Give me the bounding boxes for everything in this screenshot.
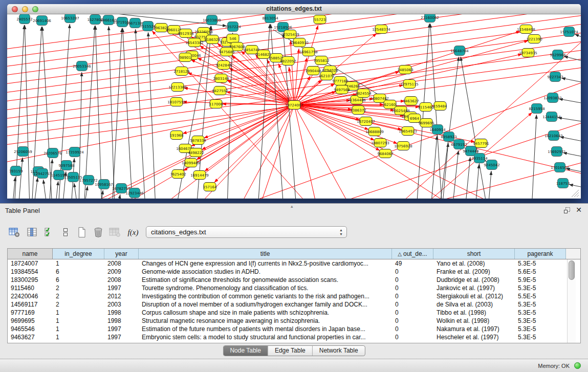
cell-out_de[interactable]: 0 [392, 292, 433, 300]
network-edge[interactable] [214, 105, 294, 183]
cell-in_degree[interactable]: 2 [53, 292, 104, 300]
cell-short[interactable]: Jankovic et al. (1997) [433, 284, 515, 292]
close-window-button[interactable] [12, 6, 18, 12]
window-titlebar[interactable]: citations_edges.txt [7, 4, 581, 14]
create-column-button[interactable] [75, 225, 89, 239]
network-edge[interactable] [7, 105, 294, 168]
cell-pagerank[interactable]: 5.6E-5 [515, 268, 566, 276]
network-edge[interactable] [25, 25, 30, 199]
network-edge[interactable] [442, 143, 448, 199]
table-row[interactable]: 946362711997Embryonic stem cells: a mode… [8, 333, 568, 341]
network-edge[interactable] [294, 25, 318, 105]
cell-in_degree[interactable]: 1 [53, 259, 104, 268]
network-node[interactable]: 55723 [314, 15, 326, 24]
cell-name[interactable]: 18300295 [8, 276, 53, 284]
network-node[interactable]: 15692971 [548, 147, 566, 157]
network-node[interactable]: 23160062 [421, 14, 439, 23]
network-node[interactable]: 17359924 [66, 147, 84, 157]
network-node[interactable]: 9242848 [215, 61, 231, 70]
cell-in_degree[interactable]: 2 [53, 300, 104, 309]
network-node[interactable]: 9684067 [377, 149, 393, 158]
cell-name[interactable]: 9115460 [8, 284, 53, 292]
table-row[interactable]: 1872400712008Changes of HCN gene express… [8, 259, 568, 268]
network-edge[interactable] [569, 184, 581, 191]
cell-title[interactable]: Embryonic stem cells: a model to study s… [139, 333, 392, 341]
cell-out_de[interactable]: 0 [392, 284, 433, 292]
network-node[interactable]: 393159 [9, 166, 23, 176]
cell-out_de[interactable]: 0 [392, 309, 433, 317]
tab-node-table[interactable]: Node Table [223, 346, 268, 356]
column-header-in_degree[interactable]: in_degree [53, 249, 104, 259]
network-node[interactable]: 8186328 [204, 35, 220, 44]
column-header-title[interactable]: title [139, 249, 392, 259]
cell-in_degree[interactable]: 1 [53, 317, 104, 325]
network-node[interactable]: 25206059 [14, 147, 32, 157]
network-node[interactable]: 20053346 [73, 61, 91, 71]
cell-year[interactable]: 1997 [104, 325, 139, 333]
cell-title[interactable]: Changes of HCN gene expression and I(f) … [139, 259, 392, 268]
network-edge[interactable] [95, 26, 102, 199]
network-edge[interactable] [229, 68, 294, 105]
cell-name[interactable]: 22420046 [8, 292, 53, 300]
network-node[interactable]: 19654923 [399, 127, 417, 136]
network-node[interactable]: 15751074 [560, 27, 578, 37]
network-node[interactable]: 12213369 [168, 83, 187, 92]
table-row[interactable]: 977716911998Corpus callosum shape and si… [8, 309, 568, 317]
cell-year[interactable]: 1998 [104, 309, 139, 317]
cell-short[interactable]: Dudbridge et al. (2008) [433, 276, 515, 284]
network-node[interactable]: 16961758 [299, 48, 318, 56]
network-node[interactable]: 8912934 [178, 29, 194, 38]
cell-pagerank[interactable]: 5.3E-5 [515, 325, 566, 333]
network-node[interactable]: 7386372 [350, 106, 366, 115]
cell-short[interactable]: Stergiakouli et al. (2012) [433, 292, 515, 300]
network-node[interactable]: 546 [227, 34, 239, 43]
table-row[interactable]: 911546021997Tourette syndrome. Phenomeno… [8, 284, 568, 292]
cell-out_de[interactable]: 0 [392, 300, 433, 309]
cell-title[interactable]: Disruption of a novel member of a sodium… [139, 300, 392, 309]
cell-short[interactable]: Tibbo et al. (1998) [433, 309, 515, 317]
cell-in_degree[interactable]: 2 [53, 284, 104, 292]
column-chooser-button[interactable] [25, 225, 39, 239]
panel-resize-handle-icon[interactable]: ▴ [291, 204, 293, 209]
network-edge[interactable] [148, 32, 156, 199]
cell-out_de[interactable]: 49 [392, 259, 433, 268]
cell-out_de[interactable]: 0 [392, 268, 433, 276]
network-edge[interactable] [431, 136, 437, 199]
network-node[interactable]: 9463627 [403, 97, 419, 105]
cell-title[interactable]: Investigating the contribution of common… [139, 292, 392, 300]
cell-in_degree[interactable]: 6 [53, 268, 104, 276]
network-node[interactable]: 11548408 [517, 25, 535, 34]
function-builder-button[interactable]: f(x) [126, 225, 140, 239]
network-node[interactable]: 16914479 [190, 171, 209, 180]
cell-title[interactable]: Genome-wide association studies in ADHD. [139, 268, 392, 276]
cell-pagerank[interactable]: 5.3E-5 [515, 259, 566, 268]
column-header-out_de[interactable]: △out_de... [392, 249, 433, 259]
delete-column-button[interactable] [91, 225, 105, 239]
network-node[interactable]: 4498222 [188, 148, 204, 157]
network-node[interactable]: 7485063 [397, 65, 413, 74]
cell-short[interactable]: Yano et al. (2008) [433, 259, 515, 268]
cell-name[interactable]: 18724007 [8, 259, 53, 268]
row-height-button[interactable] [58, 225, 73, 239]
zoom-window-button[interactable] [32, 6, 38, 12]
network-node[interactable]: 117006 [209, 100, 223, 108]
network-node[interactable]: 62160 [384, 100, 396, 109]
network-node[interactable]: 2718126 [173, 67, 190, 76]
network-edge[interactable] [396, 113, 532, 199]
cell-out_de[interactable]: 0 [392, 333, 433, 341]
network-node[interactable]: 9497568 [334, 85, 350, 94]
network-edge[interactable] [559, 99, 581, 106]
network-edge[interactable] [118, 194, 120, 199]
network-edge[interactable] [294, 158, 581, 199]
network-node[interactable]: 3824554 [355, 89, 372, 98]
network-node[interactable]: 9457791 [473, 139, 489, 148]
cell-short[interactable]: Hescheler et al. (1997) [433, 333, 515, 341]
network-edge[interactable] [532, 115, 536, 199]
network-node[interactable]: 191968 [170, 131, 184, 140]
network-node[interactable]: 2803144 [213, 74, 229, 83]
cell-title[interactable]: Estimation of the future numbers of pati… [139, 325, 392, 333]
cell-year[interactable]: 2003 [104, 300, 139, 309]
cell-pagerank[interactable]: 5.5E-5 [515, 292, 566, 300]
network-edge[interactable] [136, 29, 145, 199]
cell-year[interactable]: 1998 [104, 317, 139, 325]
